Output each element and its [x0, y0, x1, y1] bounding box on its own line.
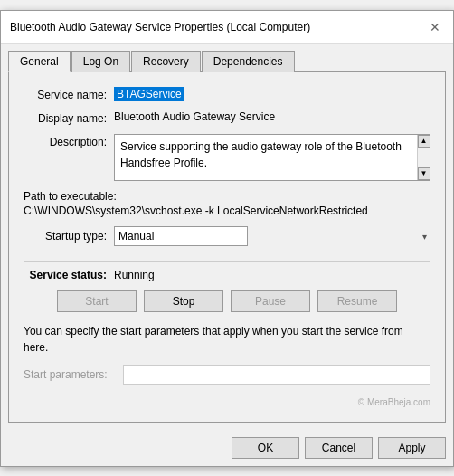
path-value: C:\WINDOWS\system32\svchost.exe -k Local… [24, 205, 430, 217]
startup-label: Startup type: [24, 230, 114, 243]
params-row: Start parameters: [24, 365, 430, 385]
help-text: You can specify the start parameters tha… [24, 323, 430, 356]
scroll-down-icon[interactable]: ▼ [418, 167, 430, 180]
display-name-row: Display name: Bluetooth Audio Gateway Se… [24, 110, 430, 125]
params-label: Start parameters: [24, 368, 123, 381]
description-label: Description: [24, 134, 114, 148]
apply-button[interactable]: Apply [378, 437, 446, 459]
display-name-label: Display name: [24, 110, 114, 125]
bottom-buttons-row: OK Cancel Apply [1, 430, 453, 466]
service-status-value: Running [114, 269, 155, 281]
divider-1 [24, 261, 430, 262]
resume-button[interactable]: Resume [317, 290, 397, 312]
service-status-row: Service status: Running [24, 269, 430, 281]
properties-window: Bluetooth Audio Gateway Service Properti… [0, 10, 454, 467]
tab-dependencies[interactable]: Dependencies [202, 51, 295, 72]
service-name-row: Service name: BTAGService [24, 87, 430, 101]
tab-content: Service name: BTAGService Display name: … [8, 71, 446, 423]
stop-button[interactable]: Stop [144, 290, 223, 312]
description-text: Service supporting the audio gateway rol… [120, 138, 424, 171]
close-button[interactable]: ✕ [426, 18, 444, 36]
path-label: Path to executable: [24, 190, 430, 203]
description-box: Service supporting the audio gateway rol… [114, 134, 430, 181]
ok-button[interactable]: OK [232, 437, 299, 459]
service-name-label: Service name: [24, 87, 114, 101]
description-scrollbar: ▲ ▼ [417, 135, 430, 180]
tab-recovery[interactable]: Recovery [131, 51, 201, 72]
tab-logon[interactable]: Log On [71, 51, 130, 72]
title-bar: Bluetooth Audio Gateway Service Properti… [1, 11, 453, 44]
tab-bar: General Log On Recovery Dependencies [1, 44, 453, 71]
start-button[interactable]: Start [57, 290, 137, 312]
startup-row: Startup type: Manual Automatic Automatic… [24, 226, 430, 246]
window-title: Bluetooth Audio Gateway Service Properti… [10, 21, 310, 33]
description-row: Description: Service supporting the audi… [24, 134, 430, 181]
display-name-value: Bluetooth Audio Gateway Service [114, 110, 430, 123]
watermark: © MeraBheja.com [24, 394, 430, 407]
pause-button[interactable]: Pause [231, 290, 310, 312]
service-name-highlighted: BTAGService [114, 87, 184, 101]
tab-general[interactable]: General [8, 51, 71, 72]
control-buttons-row: Start Stop Pause Resume [24, 290, 430, 312]
startup-select-wrapper: Manual Automatic Automatic (Delayed Star… [114, 226, 430, 246]
startup-type-select[interactable]: Manual Automatic Automatic (Delayed Star… [114, 226, 248, 246]
service-status-label: Service status: [24, 269, 114, 281]
scroll-up-icon[interactable]: ▲ [418, 135, 430, 148]
path-section: Path to executable: C:\WINDOWS\system32\… [24, 190, 430, 217]
cancel-button[interactable]: Cancel [305, 437, 373, 459]
params-input[interactable] [123, 365, 430, 385]
service-name-value: BTAGService [114, 87, 430, 101]
